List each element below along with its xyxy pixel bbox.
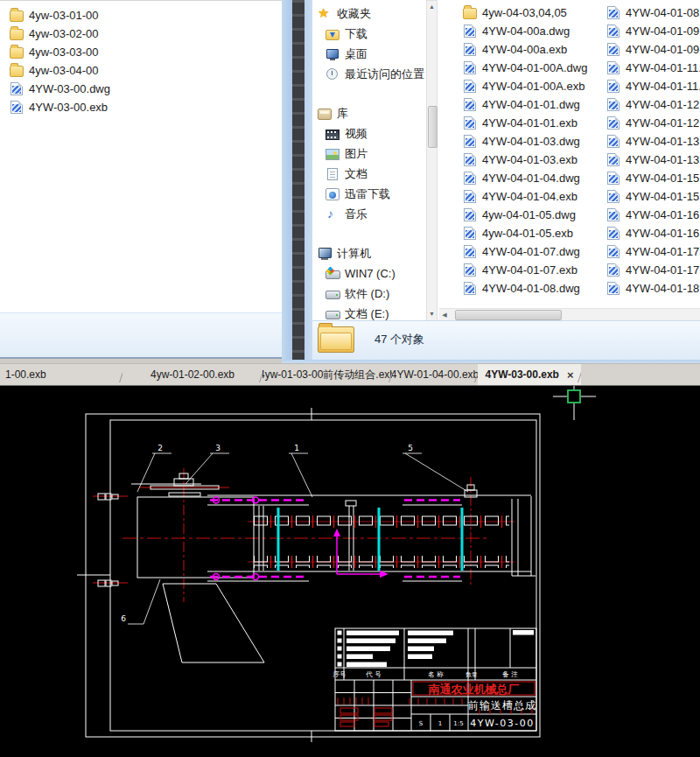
right-explorer-window: 收藏夹下载桌面最近访问的位置库视频图片文档迅雷下载音乐计算机WIN7 (C:)软… xyxy=(312,0,700,360)
list-item[interactable]: 4YW-04-01-09.exb xyxy=(597,40,700,59)
scroll-up-arrow-icon[interactable]: ▲ xyxy=(427,1,437,13)
sidebar-group-2[interactable]: 计算机 xyxy=(312,243,426,263)
file-name-label: 4YW-04-01-03.dwg xyxy=(482,135,580,148)
list-item[interactable]: 4YW-04-01-18.dwg xyxy=(597,279,700,298)
list-item[interactable]: 4YW-04-01-16.exb xyxy=(597,224,700,242)
sidebar-vertical-scrollbar[interactable]: ▲ ▼ xyxy=(426,0,438,321)
file-pane-horizontal-scrollbar[interactable]: ◀ xyxy=(439,308,700,321)
sidebar-item[interactable]: 软件 (D:) xyxy=(312,284,426,304)
cad-file-icon xyxy=(10,82,23,95)
document-tab[interactable]: 1-00.exb xyxy=(0,364,122,385)
sidebar-item[interactable]: 最近访问的位置 xyxy=(312,64,426,84)
sidebar-group-0[interactable]: 收藏夹 xyxy=(312,4,426,24)
cad-file-icon xyxy=(464,61,476,74)
document-tab[interactable]: 4yw-01-03-00前传动组合.exb xyxy=(262,364,392,385)
cad-file-icon xyxy=(607,282,620,295)
list-item[interactable]: 4YW-04-01-03.dwg xyxy=(453,132,595,151)
folder-icon xyxy=(10,66,24,77)
svg-text:1:5: 1:5 xyxy=(453,720,463,727)
list-item[interactable]: 4YW-04-01-11.dwg xyxy=(597,59,700,77)
list-item[interactable]: 4YW-04-01-12.dwg xyxy=(597,95,700,114)
list-item[interactable]: 4YW-04-01-16.dwg xyxy=(597,206,700,224)
list-item[interactable]: 4YW-04-01-01.dwg xyxy=(453,95,595,114)
sidebar-item[interactable]: 图片 xyxy=(312,144,426,164)
file-name-label: 4yw-04-03,04,05 xyxy=(482,6,567,19)
list-item[interactable]: 4YW-03-00.exb xyxy=(0,98,282,116)
scrollbar-thumb[interactable] xyxy=(455,310,562,320)
sidebar-item[interactable]: 文档 (E:) xyxy=(312,304,426,321)
list-item[interactable]: 4yw-03-01-00 xyxy=(0,6,282,25)
scroll-down-arrow-icon[interactable]: ▼ xyxy=(427,308,437,320)
list-item[interactable]: 4yw-03-04-00 xyxy=(0,61,282,80)
sidebar-item[interactable]: WIN7 (C:) xyxy=(312,263,426,284)
file-name-label: 4YW-04-00a.dwg xyxy=(482,25,570,38)
callout-numbers: 2 3 1 5 6 xyxy=(121,444,413,623)
sidebar-item[interactable]: 音乐 xyxy=(312,204,426,224)
file-name-label: 4YW-04-01-11.dwg xyxy=(626,61,700,74)
list-item[interactable]: 4YW-04-01-01.exb xyxy=(453,114,595,132)
file-name-label: 4YW-04-01-13.exb xyxy=(626,153,700,166)
list-item[interactable]: 4YW-04-01-00A.dwg xyxy=(453,59,595,77)
object-count-text: 47 个对象 xyxy=(374,332,424,347)
list-item[interactable]: 4YW-04-01-04.dwg xyxy=(453,169,595,187)
list-item[interactable]: 4YW-04-01-13.dwg xyxy=(597,132,700,151)
file-name-label: 4YW-03-00.exb xyxy=(29,101,108,114)
svg-text:数量: 数量 xyxy=(466,671,479,678)
sidebar-item[interactable]: 桌面 xyxy=(312,44,426,64)
list-item[interactable]: 4YW-04-01-00A.exb xyxy=(453,77,595,95)
sidebar-group-1[interactable]: 库 xyxy=(312,103,426,123)
list-item[interactable]: 4YW-04-01-17.dwg xyxy=(597,242,700,261)
folder-icon xyxy=(10,29,24,40)
sidebar-item[interactable]: 文档 xyxy=(312,164,426,184)
scrollbar-thumb[interactable] xyxy=(428,106,438,148)
file-name-label: 4YW-04-01-07.dwg xyxy=(482,245,580,258)
sidebar-item[interactable]: 下载 xyxy=(312,24,426,44)
cad-file-icon xyxy=(464,227,476,240)
svg-text:序号: 序号 xyxy=(333,670,347,678)
list-item[interactable]: 4yw-04-01-05.dwg xyxy=(453,206,595,224)
file-name-label: 4yw-03-03-00 xyxy=(29,46,99,59)
sidebar-item-label: 迅雷下载 xyxy=(345,186,390,202)
list-item[interactable]: 4YW-04-00a.dwg xyxy=(453,22,595,40)
list-item[interactable]: 4YW-04-01-13.exb xyxy=(597,151,700,169)
drawing-number: 4YW-03-00 xyxy=(470,718,535,729)
list-item[interactable]: 4YW-04-01-11.exb xyxy=(597,77,700,95)
list-item[interactable]: 4YW-04-01-03.exb xyxy=(453,151,595,169)
list-item[interactable]: 4YW-04-01-09.dwg xyxy=(597,22,700,40)
title-block: 序号 代 号 名 称 数量 备 注 南通农业机械总厂 前输送槽总成 4YW-03… xyxy=(333,628,537,731)
sidebar-item[interactable]: 视频 xyxy=(312,123,426,144)
cad-canvas[interactable]: 2 3 1 5 6 xyxy=(0,386,700,757)
list-item[interactable]: 4YW-04-00a.exb xyxy=(453,40,595,59)
list-item[interactable]: 4YW-04-01-12.exb xyxy=(597,114,700,132)
pickbox-icon xyxy=(568,390,580,403)
list-item[interactable]: 4yw-03-03-00 xyxy=(0,43,282,61)
list-item[interactable]: 4YW-04-01-07.exb xyxy=(453,261,595,279)
document-tab[interactable]: 4YW-03-00.exb× xyxy=(478,364,581,385)
list-item[interactable]: 4YW-03-00.dwg xyxy=(0,80,282,98)
list-item[interactable]: 4YW-04-01-15.exb xyxy=(597,187,700,206)
list-item[interactable]: 4YW-04-01-08.dwg xyxy=(453,279,595,298)
document-tab[interactable]: 4yw-01-02-00.exb xyxy=(122,364,262,385)
aero-glass-border xyxy=(282,0,312,368)
parts-list-headers: 序号 代 号 名 称 数量 备 注 xyxy=(333,670,519,678)
list-item[interactable]: 4yw-04-01-05.exb xyxy=(453,224,595,242)
list-item[interactable]: 4YW-04-01-07.dwg xyxy=(453,242,595,261)
cad-file-icon xyxy=(464,208,476,221)
svg-text:代 号: 代 号 xyxy=(365,670,382,678)
list-item[interactable]: 4YW-04-01-08.exb xyxy=(597,4,700,22)
sidebar-item-label: 桌面 xyxy=(345,46,368,62)
cad-file-icon xyxy=(464,153,476,166)
sidebar-item-label: 音乐 xyxy=(345,207,368,222)
list-item[interactable]: 4YW-04-01-04.exb xyxy=(453,187,595,206)
list-item[interactable]: 4yw-03-02-00 xyxy=(0,25,282,43)
desktop-icon xyxy=(326,47,340,61)
list-item[interactable]: 4YW-04-01-15.dwg xyxy=(597,169,700,187)
scroll-left-arrow-icon[interactable]: ◀ xyxy=(441,309,448,321)
close-tab-button[interactable]: × xyxy=(567,368,574,382)
list-item[interactable]: 4YW-04-01-17.exb xyxy=(597,261,700,279)
list-item[interactable]: 4yw-04-03,04,05 xyxy=(453,4,595,22)
cad-file-icon xyxy=(464,263,476,277)
document-tab[interactable]: 4YW-01-04-00.exb xyxy=(392,364,478,385)
file-column-1: 4yw-04-03,04,054YW-04-00a.dwg4YW-04-00a.… xyxy=(453,4,595,298)
sidebar-item[interactable]: 迅雷下载 xyxy=(312,184,426,204)
